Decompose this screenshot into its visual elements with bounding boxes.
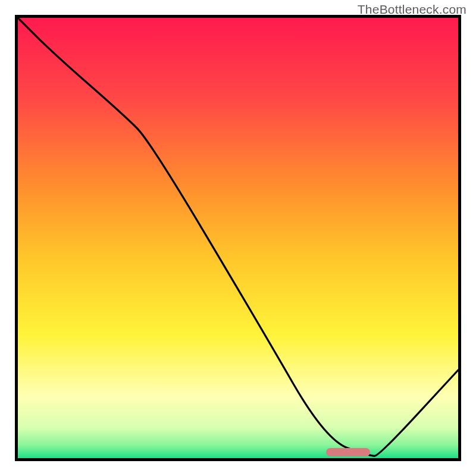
bottleneck-curve bbox=[18, 18, 458, 458]
optimal-range-marker bbox=[326, 448, 370, 456]
watermark-text: TheBottleneck.com bbox=[358, 2, 466, 17]
curve-path bbox=[18, 18, 458, 456]
chart-frame bbox=[15, 15, 461, 461]
